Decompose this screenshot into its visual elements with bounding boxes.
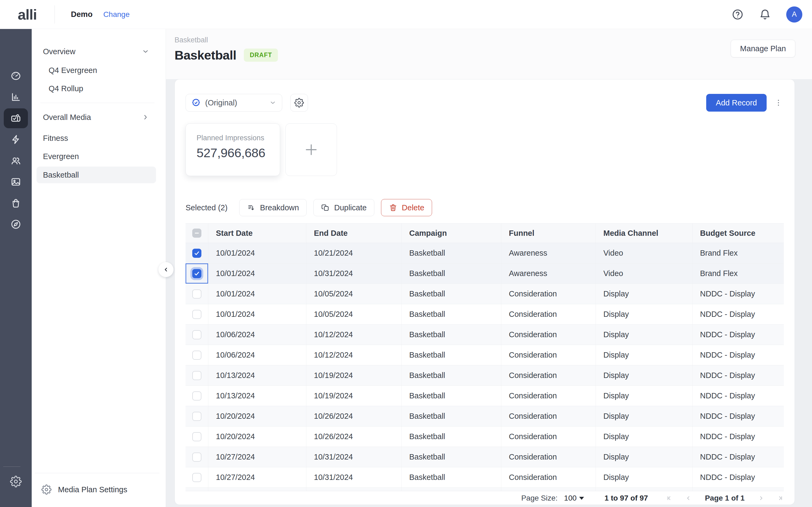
column-header-end-date[interactable]: End Date bbox=[306, 223, 402, 243]
row-checkbox-cell[interactable] bbox=[186, 284, 208, 304]
rail-item-dashboard[interactable] bbox=[4, 66, 28, 86]
table-row[interactable]: 10/20/2024 10/26/2024 Basketball Conside… bbox=[186, 406, 784, 427]
rail-item-media-plans[interactable] bbox=[4, 108, 28, 128]
row-checkbox[interactable] bbox=[192, 391, 201, 400]
row-checkbox[interactable] bbox=[192, 269, 201, 278]
next-page-icon[interactable] bbox=[757, 494, 765, 502]
sidebar-item-overview[interactable]: Overview bbox=[37, 44, 156, 59]
explore-icon bbox=[10, 219, 21, 230]
cell-funnel: Consideration bbox=[501, 345, 596, 365]
row-checkbox-cell[interactable] bbox=[186, 304, 208, 324]
table-row[interactable]: 10/06/2024 10/12/2024 Basketball Conside… bbox=[186, 325, 784, 345]
select-all-cell[interactable] bbox=[186, 223, 208, 243]
row-checkbox[interactable] bbox=[192, 330, 201, 339]
first-page-icon[interactable] bbox=[666, 494, 674, 502]
row-checkbox[interactable] bbox=[192, 351, 201, 360]
row-checkbox-cell[interactable] bbox=[186, 243, 208, 263]
version-select[interactable]: (Original) bbox=[186, 94, 282, 112]
planned-impressions-card[interactable]: Planned Impressions 527,966,686 bbox=[186, 123, 280, 176]
sidebar-item-q4-evergreen[interactable]: Q4 Evergreen bbox=[37, 63, 156, 78]
column-header-media-channel[interactable]: Media Channel bbox=[596, 223, 693, 243]
duplicate-button[interactable]: Duplicate bbox=[313, 199, 374, 216]
cell-start-date: 10/20/2024 bbox=[208, 427, 306, 447]
cell-media-channel: Display bbox=[596, 284, 693, 304]
row-checkbox-cell[interactable] bbox=[186, 365, 208, 386]
sidebar-item-q4-rollup[interactable]: Q4 Rollup bbox=[37, 81, 156, 96]
notifications-bell-icon[interactable] bbox=[759, 8, 771, 21]
cell-end-date: 10/05/2024 bbox=[306, 304, 402, 324]
table-footer: Page Size: 100 1 to 97 of 97 Page 1 of 1 bbox=[186, 491, 784, 505]
add-metric-card-button[interactable] bbox=[286, 123, 337, 176]
table-row[interactable]: 10/01/2024 10/21/2024 Basketball Awarene… bbox=[186, 243, 784, 264]
cell-media-channel: Display bbox=[596, 325, 693, 345]
row-checkbox-cell[interactable] bbox=[186, 406, 208, 426]
column-header-campaign[interactable]: Campaign bbox=[402, 223, 501, 243]
sidebar-item-basketball-active[interactable]: Basketball bbox=[37, 167, 156, 183]
app-logo: alli bbox=[18, 6, 37, 23]
sidebar-collapse-button[interactable] bbox=[158, 262, 173, 277]
row-checkbox[interactable] bbox=[192, 310, 201, 319]
row-checkbox-cell[interactable] bbox=[186, 447, 208, 467]
media-plan-settings-button[interactable]: Media Plan Settings bbox=[35, 473, 163, 497]
cell-budget-source: NDDC - Display bbox=[693, 447, 784, 467]
breakdown-button[interactable]: Breakdown bbox=[239, 199, 307, 216]
cell-budget-source: NDDC - Display bbox=[693, 325, 784, 345]
sidebar-item-overall-media[interactable]: Overall Media bbox=[37, 110, 156, 125]
more-options-button[interactable] bbox=[773, 95, 784, 111]
delete-button[interactable]: Delete bbox=[381, 199, 432, 216]
rail-settings-button[interactable] bbox=[0, 467, 32, 496]
row-checkbox[interactable] bbox=[192, 453, 201, 462]
user-avatar[interactable]: A bbox=[786, 6, 802, 22]
table-row[interactable]: 10/01/2024 10/31/2024 Basketball Awarene… bbox=[186, 264, 784, 284]
table-row[interactable]: 10/20/2024 10/26/2024 Basketball Conside… bbox=[186, 427, 784, 447]
cell-campaign: Basketball bbox=[402, 365, 501, 386]
row-checkbox-cell[interactable] bbox=[186, 345, 208, 365]
column-header-start-date[interactable]: Start Date bbox=[208, 223, 306, 243]
add-record-button[interactable]: Add Record bbox=[706, 94, 767, 112]
scenario-settings-button[interactable] bbox=[290, 94, 308, 112]
row-checkbox[interactable] bbox=[192, 432, 201, 441]
rail-item-shopping[interactable] bbox=[4, 193, 28, 213]
table-row[interactable]: 10/27/2024 10/31/2024 Basketball Conside… bbox=[186, 467, 784, 488]
row-checkbox[interactable] bbox=[192, 289, 201, 298]
rail-item-explore[interactable] bbox=[4, 214, 28, 234]
sidebar-item-fitness[interactable]: Fitness bbox=[37, 131, 156, 146]
previous-page-icon[interactable] bbox=[684, 494, 693, 502]
rail-item-audiences[interactable] bbox=[4, 151, 28, 171]
table-row[interactable]: 10/27/2024 10/31/2024 Basketball Conside… bbox=[186, 447, 784, 467]
sidebar-bottom: Media Plan Settings bbox=[35, 473, 163, 507]
change-client-link[interactable]: Change bbox=[103, 10, 130, 19]
page-size-select[interactable]: 100 bbox=[564, 494, 584, 502]
cell-campaign: Basketball bbox=[402, 447, 501, 467]
row-checkbox-cell[interactable] bbox=[186, 386, 208, 406]
column-header-funnel[interactable]: Funnel bbox=[501, 223, 596, 243]
rail-item-creative[interactable] bbox=[4, 172, 28, 192]
plan-card: (Original) Add Record Planned Impression… bbox=[174, 79, 795, 505]
row-checkbox[interactable] bbox=[192, 473, 201, 482]
row-checkbox-cell[interactable] bbox=[186, 467, 208, 488]
row-checkbox[interactable] bbox=[192, 412, 201, 421]
last-page-icon[interactable] bbox=[776, 494, 784, 502]
row-checkbox-cell[interactable] bbox=[186, 264, 208, 284]
table-row[interactable]: 10/01/2024 10/05/2024 Basketball Conside… bbox=[186, 284, 784, 304]
rail-item-analytics[interactable] bbox=[4, 87, 28, 107]
row-checkbox-cell[interactable] bbox=[186, 427, 208, 447]
sidebar-item-evergreen[interactable]: Evergreen bbox=[37, 149, 156, 164]
table-row[interactable]: 10/13/2024 10/19/2024 Basketball Conside… bbox=[186, 365, 784, 386]
cell-end-date: 10/26/2024 bbox=[306, 406, 402, 426]
cell-campaign: Basketball bbox=[402, 427, 501, 447]
row-checkbox[interactable] bbox=[192, 371, 201, 380]
manage-plan-button[interactable]: Manage Plan bbox=[731, 40, 795, 57]
table-row[interactable]: 10/06/2024 10/12/2024 Basketball Conside… bbox=[186, 345, 784, 365]
table-row[interactable]: 10/13/2024 10/19/2024 Basketball Conside… bbox=[186, 386, 784, 406]
select-all-checkbox[interactable] bbox=[192, 229, 201, 238]
cell-funnel: Consideration bbox=[501, 427, 596, 447]
help-icon[interactable] bbox=[731, 8, 744, 21]
status-badge: DRAFT bbox=[244, 49, 278, 62]
cell-end-date: 10/12/2024 bbox=[306, 345, 402, 365]
row-checkbox[interactable] bbox=[192, 249, 201, 258]
table-row[interactable]: 10/01/2024 10/05/2024 Basketball Conside… bbox=[186, 304, 784, 325]
column-header-budget-source[interactable]: Budget Source bbox=[693, 223, 784, 243]
rail-item-automations[interactable] bbox=[4, 129, 28, 150]
row-checkbox-cell[interactable] bbox=[186, 325, 208, 345]
